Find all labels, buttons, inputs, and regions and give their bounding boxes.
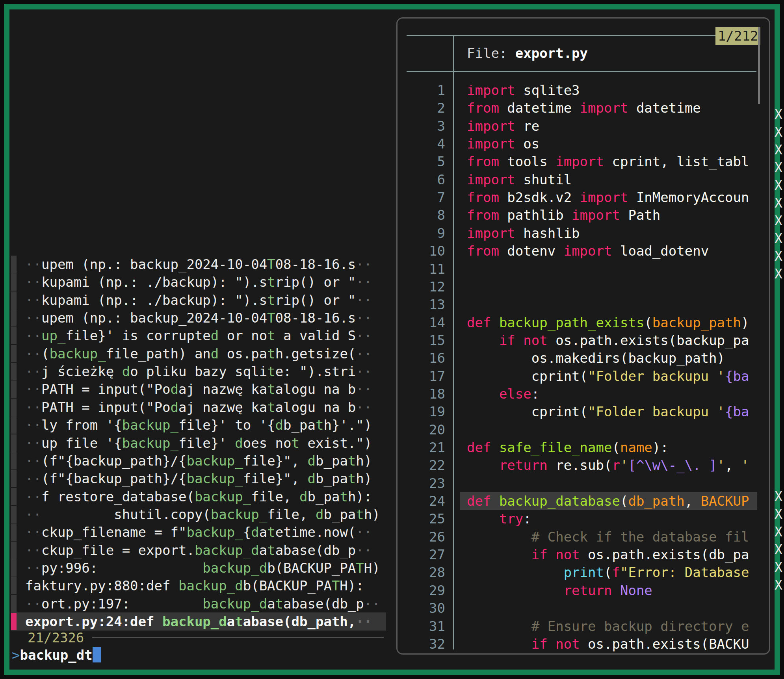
- result-text: ··j ścieżkę do pliku bazy sqlite: ").str…: [25, 362, 372, 380]
- search-input[interactable]: backup_dt: [20, 647, 92, 663]
- result-row[interactable]: ··up file '{backup_file}' does not exist…: [11, 434, 386, 452]
- result-row[interactable]: ·· shutil.copy(backup_file, db_path): [11, 505, 386, 523]
- text-segment: if: [499, 332, 515, 348]
- code-text: import hashlib: [460, 224, 757, 242]
- result-row[interactable]: ··j ścieżkę do pliku bazy sqlite: ").str…: [11, 362, 386, 380]
- text-segment: [^\w\-_\. ]: [628, 457, 717, 473]
- text-segment: h): [356, 453, 372, 469]
- text-segment: h.getsize(: [275, 346, 356, 362]
- code-line: 6import shutil: [406, 171, 757, 189]
- result-text: ··ly from '{backup_file}' to '{db_path}'…: [25, 416, 372, 434]
- result-row[interactable]: ··ort.py:197: backup_database(db_p··: [11, 595, 386, 613]
- code-line: 29 return None: [406, 581, 757, 599]
- text-segment: b(BACKUP_PA: [243, 578, 332, 594]
- text-segment: [548, 547, 555, 562]
- line-number: 29: [406, 581, 445, 599]
- text-segment: t: [356, 506, 364, 522]
- search-prompt[interactable]: >backup_dt: [12, 646, 101, 664]
- result-row[interactable]: ··PATH = input("Podaj nazwę katalogu na …: [11, 398, 386, 416]
- text-segment: ': [741, 457, 749, 473]
- text-segment: ··: [25, 417, 41, 433]
- text-segment: t: [235, 614, 243, 629]
- text-segment: d: [122, 364, 130, 379]
- text-segment: # Ensure backup directory e: [467, 618, 749, 634]
- text-segment: import: [572, 207, 620, 223]
- gutter-cell: [11, 327, 17, 344]
- line-number: 11: [406, 260, 445, 278]
- gutter-cell: [11, 542, 17, 559]
- text-segment: t: [292, 435, 299, 451]
- result-row[interactable]: faktury.py:880:def backup_db(BACKUP_PATH…: [11, 577, 386, 595]
- code-line: 22 return re.sub(r'[^\w\-_\. ]', ': [406, 456, 757, 474]
- text-segment: PATH = input("Po: [41, 399, 171, 415]
- text-segment: ··: [356, 524, 372, 540]
- text-segment: T: [267, 256, 275, 272]
- text-segment: (: [41, 346, 49, 362]
- result-row[interactable]: ··f restore_database(backup_file, db_pat…: [11, 488, 386, 506]
- text-segment: kupami (np.: ./backup): ").s: [41, 292, 267, 308]
- result-row[interactable]: ··upem (np.: backup_2024-10-04T08-18-16.…: [11, 309, 386, 327]
- text-segment: [515, 332, 523, 348]
- result-row[interactable]: ··py:996: backup_db(BACKUP_PATH): [11, 559, 386, 577]
- result-row[interactable]: ··kupami (np.: ./backup): ").strip() or …: [11, 273, 386, 291]
- result-row[interactable]: ··(f"{backup_path}/{backup_file}", db_pa…: [11, 469, 386, 488]
- text-segment: ··: [25, 435, 41, 451]
- text-segment: [467, 636, 531, 652]
- text-segment: backup_: [122, 417, 178, 433]
- result-row[interactable]: ··ckup_file = export.backup_database(db_…: [11, 541, 386, 559]
- text-segment: oes no: [243, 435, 292, 451]
- text-segment: b_pa: [283, 417, 316, 433]
- text-segment: b_pa: [308, 489, 340, 505]
- text-segment: ort.py:197:: [41, 596, 203, 612]
- text-segment: H): [364, 560, 380, 576]
- text-segment: backup_: [49, 346, 106, 362]
- result-text: ·· shutil.copy(backup_file, db_path): [25, 505, 380, 523]
- text-segment: import: [467, 136, 515, 152]
- preview-scrollbar[interactable]: [758, 27, 760, 104]
- result-row[interactable]: ··ckup_filename = f"backup_{datetime.now…: [11, 523, 386, 541]
- text-segment: backup_d: [203, 596, 267, 612]
- code-line: 7from b2sdk.v2 import InMemoryAccoun: [406, 188, 757, 206]
- code-text: from dotenv import load_dotenv: [460, 242, 757, 260]
- text-segment: ··: [25, 542, 41, 558]
- text-segment: ··: [25, 346, 41, 362]
- text-segment: e: ").stri: [275, 364, 356, 379]
- result-row-selected[interactable]: export.py:24:def backup_database(db_path…: [11, 612, 386, 631]
- text-segment: t: [340, 489, 347, 505]
- code-line: 8from pathlib import Path: [406, 206, 757, 224]
- code-line: 1import sqlite3: [406, 81, 757, 99]
- result-row[interactable]: ··(backup_file_path) and os.path.getsize…: [11, 345, 386, 363]
- code-line: 24def backup_database(db_path, BACKUP: [406, 492, 757, 510]
- text-segment: def: [467, 440, 491, 455]
- code-line: 17 cprint("Folder backupu '{ba: [406, 367, 757, 385]
- text-segment: file}",: [243, 453, 308, 469]
- text-segment: backup_: [195, 489, 251, 505]
- result-text: ··ckup_filename = f"backup_{datetime.now…: [25, 523, 372, 541]
- line-number: 25: [406, 510, 445, 528]
- text-segment: os.path.exists(backup_pa: [548, 332, 749, 348]
- result-row[interactable]: ··ly from '{backup_file}' to '{db_path}'…: [11, 416, 386, 434]
- result-row[interactable]: ··PATH = input("Podaj nazwę katalogu na …: [11, 380, 386, 398]
- text-segment: up_: [41, 328, 65, 343]
- info-separator-line: [92, 637, 384, 638]
- text-segment: re.sub(: [548, 457, 612, 473]
- gutter-cell: [11, 452, 17, 469]
- text-segment: ··: [356, 346, 372, 362]
- text-segment: os.path.exists(BACKU: [580, 636, 749, 652]
- text-segment: backup_database: [491, 493, 620, 509]
- text-segment: ··: [25, 506, 41, 522]
- text-segment: ··: [25, 524, 41, 540]
- result-row[interactable]: ··upem (np.: backup_2024-10-04T08-18-16.…: [11, 255, 386, 273]
- result-row[interactable]: ··kupami (np.: ./backup): ").strip() or …: [11, 291, 386, 309]
- text-segment: datetime: [499, 100, 580, 116]
- text-segment: shutil.copy(: [41, 506, 211, 522]
- text-segment: ··: [25, 399, 41, 415]
- text-segment: t: [275, 596, 283, 612]
- text-segment: from: [467, 207, 499, 223]
- result-row[interactable]: ··(f"{backup_path}/{backup_file}", db_pa…: [11, 452, 386, 470]
- line-number: 13: [406, 295, 445, 314]
- result-text: ··(backup_file_path) and os.path.getsize…: [25, 345, 372, 363]
- text-segment: a valid S: [275, 328, 356, 343]
- text-segment: ··: [356, 328, 372, 343]
- result-row[interactable]: ··up_file}' is corrupted or not a valid …: [11, 327, 386, 345]
